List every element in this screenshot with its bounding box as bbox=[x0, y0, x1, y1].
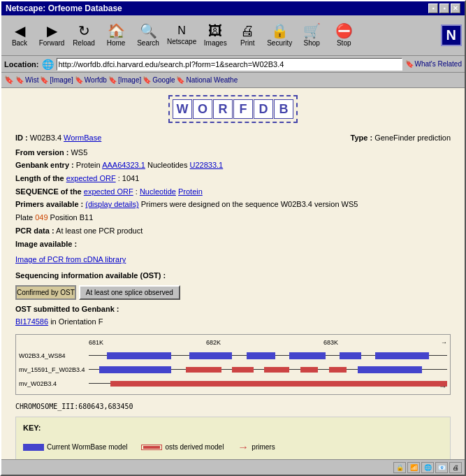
length-label: Length of the bbox=[15, 174, 66, 182]
whats-related-icon: 🔖 bbox=[405, 60, 414, 68]
key-ost-label: osts derived model bbox=[165, 441, 224, 453]
reload-button[interactable]: ↻ Reload bbox=[68, 17, 99, 54]
google-label: Google bbox=[152, 76, 175, 84]
security-button[interactable]: 🔒 Security bbox=[264, 17, 295, 54]
location-bar: Location: 🌐 🔖 What's Related bbox=[1, 56, 465, 73]
stop-button[interactable]: ⛔ Stop bbox=[328, 17, 359, 54]
search-button[interactable]: 🔍 Search bbox=[133, 17, 163, 54]
genbank-nucleotide-link[interactable]: U22833.1 bbox=[190, 161, 224, 169]
track-2-area bbox=[89, 365, 447, 375]
plate-line: Plate 049 Position B11 bbox=[15, 211, 451, 224]
maximize-button[interactable]: ▪ bbox=[439, 3, 449, 13]
chromosome-ruler: 681K 682K 683K → bbox=[19, 338, 447, 348]
bookmarks-icon: 🔖 bbox=[4, 75, 14, 85]
shop-button[interactable]: 🛒 Shop bbox=[296, 17, 327, 54]
bookmark-worfdb[interactable]: 🔖 Worfdb bbox=[75, 76, 107, 84]
genbank-protein-link[interactable]: AAA64323.1 bbox=[102, 161, 145, 169]
plate-value: 049 bbox=[35, 213, 48, 222]
track-2-block-6 bbox=[329, 367, 347, 373]
location-input[interactable] bbox=[57, 58, 402, 71]
track-1: W02B3.4_WS84 bbox=[19, 349, 447, 362]
back-button[interactable]: ◀ Back bbox=[4, 17, 35, 54]
whats-related-button[interactable]: 🔖 What's Related bbox=[405, 60, 463, 68]
key-section: KEY: Current WormBase model osts derived… bbox=[15, 417, 451, 459]
primers-text: Primers were designed on the sequence W0… bbox=[141, 200, 358, 208]
home-button[interactable]: 🏠 Home bbox=[101, 17, 131, 54]
sequencing-label: Sequencing information available (OST) : bbox=[15, 271, 166, 280]
netscape-icon: N bbox=[177, 25, 186, 36]
track-2-label: mv_15591_F_W02B3.4 bbox=[19, 365, 89, 375]
netscape-label: Netscape bbox=[167, 38, 196, 45]
track-3-block-1 bbox=[110, 381, 447, 387]
toolbar: ◀ Back ▶ Forward ↻ Reload 🏠 Home 🔍 Searc… bbox=[1, 15, 465, 56]
bookmark-image2[interactable]: 🔖 [Image] bbox=[108, 76, 141, 84]
plate-text: Position B11 bbox=[50, 213, 94, 222]
ost-confirmed-button[interactable]: Confirmed by OST bbox=[15, 285, 76, 300]
sequence-protein-link[interactable]: Protein bbox=[178, 187, 203, 196]
forward-icon: ▶ bbox=[47, 24, 57, 38]
track-1-area bbox=[89, 351, 447, 361]
track-2-block-7 bbox=[358, 366, 422, 373]
track-3-arrow: → bbox=[439, 380, 447, 394]
image-line: Image available : bbox=[15, 238, 451, 251]
ost-genbank-link[interactable]: BI174586 bbox=[15, 317, 48, 326]
expected-orf-link[interactable]: expected ORF bbox=[66, 174, 116, 182]
sequence-orf-link[interactable]: expected ORF bbox=[84, 187, 133, 196]
type-value: GeneFinder prediction bbox=[374, 134, 451, 142]
track-2-block-4 bbox=[264, 367, 289, 373]
window-title: Netscape: Orfeome Database bbox=[6, 3, 122, 13]
chrom-coord: CHROMOSOME_III:680643,683450 bbox=[15, 401, 451, 412]
close-button[interactable]: ✕ bbox=[451, 3, 460, 13]
key-blue-bar bbox=[23, 444, 44, 451]
bookmark-google[interactable]: 🔖 Google bbox=[143, 76, 175, 84]
bookmark-image1[interactable]: 🔖 [Image] bbox=[40, 76, 73, 84]
pcr-line: PCR data : At least one PCR product bbox=[15, 224, 451, 238]
track-3-area: → bbox=[89, 379, 447, 389]
forward-button[interactable]: ▶ Forward bbox=[36, 17, 67, 54]
worfdb-label: Worfdb bbox=[85, 76, 107, 84]
security-icon: 🔒 bbox=[271, 24, 289, 38]
genbank-line: Genbank entry : Protein AAA64323.1 Nucle… bbox=[15, 159, 451, 172]
browser-window: Netscape: Orfeome Database ▪ ▪ ✕ ◀ Back … bbox=[0, 0, 466, 476]
id-label: ID : bbox=[15, 134, 30, 142]
key-items: Current WormBase model osts derived mode… bbox=[23, 438, 443, 456]
status-icon-3: 🌐 bbox=[421, 462, 434, 473]
key-wormbase-label: Current WormBase model bbox=[47, 441, 127, 453]
image-pcr-link[interactable]: Image of PCR from cDNA library bbox=[15, 253, 451, 266]
images-icon: 🖼 bbox=[208, 24, 222, 38]
bookmark-wist[interactable]: 🔖 Wist bbox=[15, 76, 38, 84]
key-primers-label: primers bbox=[252, 441, 275, 453]
content-inner: W O R F D B ID : W02B3.4 WormBase bbox=[1, 88, 465, 459]
netscape-button[interactable]: N Netscape bbox=[165, 17, 198, 54]
status-icon-5: 🖨 bbox=[449, 462, 462, 473]
minimize-button[interactable]: ▪ bbox=[428, 3, 438, 13]
ost-splice-button[interactable]: At least one splice observed bbox=[79, 285, 180, 300]
shop-icon: 🛒 bbox=[303, 24, 321, 38]
track-2-block-3 bbox=[232, 367, 254, 373]
logo-container: W O R F D B bbox=[15, 95, 451, 123]
primers-label: Primers available : bbox=[15, 200, 83, 208]
plate-label: Plate bbox=[15, 213, 35, 222]
ruler-681k: 681K bbox=[89, 338, 206, 348]
national-weather-label: National Weathe bbox=[186, 76, 238, 84]
key-primer-arrow: → bbox=[238, 438, 249, 456]
print-button[interactable]: 🖨 Print bbox=[232, 17, 263, 54]
length-value: 1041 bbox=[122, 174, 139, 182]
bookmarks-bar: 🔖 🔖 Wist 🔖 [Image] 🔖 Worfdb 🔖 [Image] 🔖 … bbox=[1, 73, 465, 88]
sequence-nucleotide-link[interactable]: Nucleotide bbox=[140, 187, 176, 196]
bookmark-national-weather[interactable]: 🔖 National Weathe bbox=[176, 76, 238, 84]
logo-f: F bbox=[233, 99, 253, 119]
image-label: Image available : bbox=[15, 240, 77, 248]
search-icon: 🔍 bbox=[140, 24, 157, 38]
images-button[interactable]: 🖼 Images bbox=[200, 17, 231, 54]
back-icon: ◀ bbox=[15, 24, 25, 38]
primers-display-link[interactable]: (display details) bbox=[85, 200, 138, 208]
id-line: ID : W02B3.4 WormBase bbox=[15, 131, 101, 145]
window-controls: ▪ ▪ ✕ bbox=[428, 3, 460, 13]
home-label: Home bbox=[107, 39, 126, 47]
wormbase-link[interactable]: WormBase bbox=[64, 134, 101, 142]
location-icon: 🌐 bbox=[42, 59, 54, 70]
genbank-nucleotide-label: Nucleotides bbox=[147, 161, 187, 169]
sequence-label: SEQUENCE of the bbox=[15, 187, 84, 196]
key-title: KEY: bbox=[23, 421, 443, 435]
